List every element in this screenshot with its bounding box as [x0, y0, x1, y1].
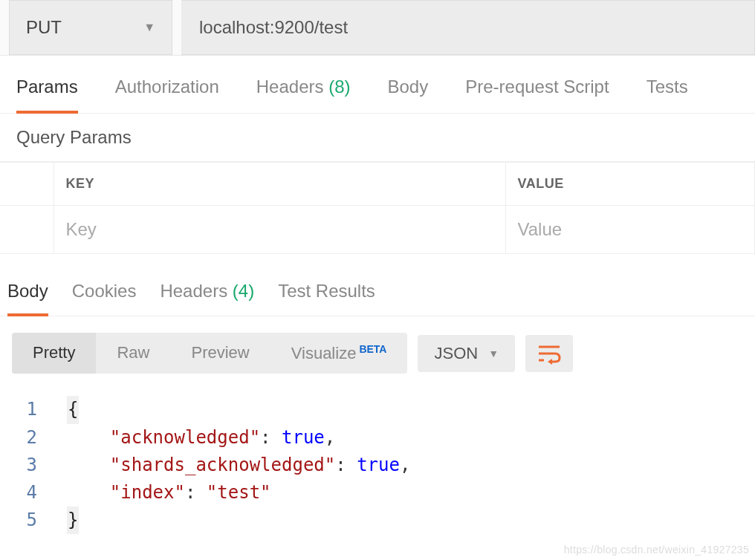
rtab-headers[interactable]: Headers (4) — [160, 281, 254, 316]
rtab-test-results[interactable]: Test Results — [278, 281, 375, 316]
line-number: 2 — [0, 424, 67, 452]
code-line: 3 "shards_acknowledged": true, — [0, 452, 755, 479]
rtab-body[interactable]: Body — [7, 281, 48, 316]
tab-headers-label: Headers — [256, 76, 324, 97]
response-code[interactable]: 1 { 2 "acknowledged": true, 3 "shards_ac… — [0, 390, 755, 549]
line-number: 5 — [0, 507, 67, 534]
resp-headers-count-badge: (4) — [233, 281, 254, 301]
tab-body[interactable]: Body — [388, 76, 429, 113]
key-input[interactable] — [66, 219, 493, 240]
rtab-headers-label: Headers — [160, 281, 227, 301]
chevron-down-icon: ▼ — [143, 21, 155, 34]
seg-pretty[interactable]: Pretty — [12, 333, 96, 374]
code-line: 5 } — [0, 507, 755, 534]
table-row — [0, 206, 755, 254]
seg-visualize[interactable]: VisualizeBETA — [270, 333, 408, 374]
line-number: 4 — [0, 479, 67, 507]
wrap-icon — [537, 342, 561, 365]
table-cell-key[interactable] — [54, 206, 505, 254]
value-input[interactable] — [518, 219, 743, 240]
view-mode-group: Pretty Raw Preview VisualizeBETA — [12, 333, 407, 374]
code-line: 1 { — [0, 396, 755, 423]
table-header-value: VALUE — [505, 163, 755, 206]
headers-count-badge: (8) — [328, 76, 350, 97]
line-number: 1 — [0, 396, 67, 423]
response-tabs: Body Cookies Headers (4) Test Results — [0, 260, 755, 316]
request-bar: PUT ▼ localhost:9200/test — [0, 0, 755, 56]
seg-visualize-label: Visualize — [291, 344, 357, 362]
response-format-value: JSON — [434, 344, 478, 363]
wrap-lines-button[interactable] — [525, 335, 573, 372]
rtab-cookies[interactable]: Cookies — [72, 281, 137, 316]
table-header-spacer — [0, 163, 54, 206]
tab-authorization[interactable]: Authorization — [115, 76, 219, 113]
table-cell-spacer — [0, 206, 54, 254]
request-tabs: Params Authorization Headers (8) Body Pr… — [0, 56, 755, 114]
tab-headers[interactable]: Headers (8) — [256, 76, 351, 113]
request-url-value: localhost:9200/test — [199, 17, 348, 38]
request-url-input[interactable]: localhost:9200/test — [181, 0, 755, 55]
code-line: 4 "index": "test" — [0, 479, 755, 507]
tab-tests[interactable]: Tests — [647, 76, 688, 113]
seg-preview[interactable]: Preview — [170, 333, 270, 374]
table-cell-value[interactable] — [505, 206, 755, 254]
http-method-select[interactable]: PUT ▼ — [9, 0, 172, 55]
tab-params[interactable]: Params — [16, 76, 78, 114]
tab-prerequest[interactable]: Pre-request Script — [465, 76, 609, 113]
beta-badge: BETA — [359, 343, 386, 355]
response-format-select[interactable]: JSON ▼ — [418, 335, 515, 372]
table-header-key: KEY — [54, 163, 505, 206]
query-params-table: KEY VALUE — [0, 162, 755, 254]
http-method-value: PUT — [26, 17, 62, 38]
code-line: 2 "acknowledged": true, — [0, 424, 755, 452]
chevron-down-icon: ▼ — [488, 348, 499, 359]
response-body-toolbar: Pretty Raw Preview VisualizeBETA JSON ▼ — [0, 316, 755, 390]
watermark: https://blog.csdn.net/weixin_41927235 — [564, 544, 749, 549]
line-number: 3 — [0, 452, 67, 479]
seg-raw[interactable]: Raw — [96, 333, 170, 374]
table-header-row: KEY VALUE — [0, 163, 755, 206]
query-params-title: Query Params — [0, 114, 755, 162]
